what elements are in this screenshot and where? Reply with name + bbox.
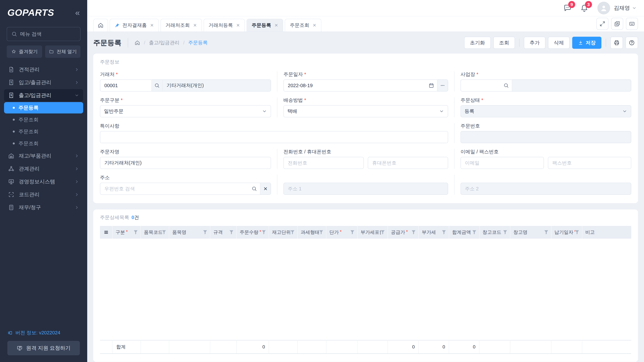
bullet-icon [13, 131, 15, 133]
delivery-method-select[interactable]: 택배 [284, 105, 448, 117]
menu-search[interactable] [7, 27, 80, 41]
close-icon[interactable]: ✕ [193, 23, 197, 28]
fax-input[interactable] [548, 157, 631, 169]
zipcode-search-input[interactable] [100, 183, 260, 194]
help-button[interactable] [626, 37, 638, 49]
open-all-button[interactable]: 전체 열기 [45, 45, 80, 58]
sidebar-collapse-button[interactable]: « [75, 8, 80, 17]
order-detail-card: 주문상세목록 0건 구분* 품목코드 [93, 210, 638, 362]
order-detail-header: 주문상세목록 0건 [100, 214, 631, 221]
tab-order-inquiry[interactable]: 주문조회 ✕ [285, 19, 321, 31]
avatar[interactable] [598, 2, 610, 14]
document-icon [8, 66, 14, 73]
business-site-name-display [512, 80, 631, 91]
messages-button[interactable]: 9 [563, 4, 572, 12]
home-icon[interactable] [134, 40, 140, 45]
total-order-qty: 0 [236, 340, 269, 354]
warehouse-icon [8, 153, 14, 159]
filter-icon[interactable] [503, 230, 507, 234]
filter-icon[interactable] [134, 230, 138, 234]
order-date-options-button[interactable] [437, 80, 448, 91]
sidebar-item-inbound-payment[interactable]: 입고/출금관리 [4, 76, 83, 89]
expand-icon [599, 21, 606, 27]
favorites-button[interactable]: 즐겨찾기 [7, 45, 42, 58]
mobile-input[interactable] [368, 157, 448, 169]
save-button[interactable]: 저장 [572, 37, 602, 49]
orderer-name-input[interactable] [100, 157, 271, 169]
filter-icon[interactable] [162, 230, 166, 234]
user-name[interactable]: 김재영 [614, 4, 630, 12]
chevron-right-icon [74, 153, 79, 158]
chevron-right-icon [74, 67, 79, 72]
sidebar-subitem-order-inquiry-1[interactable]: 주문조회 [4, 114, 83, 125]
delete-button[interactable]: 삭제 [548, 37, 570, 49]
customer-search-button[interactable] [152, 80, 162, 91]
address-clear-button[interactable]: ✕ [260, 183, 271, 194]
customer-code-input[interactable] [100, 80, 152, 91]
close-icon[interactable]: ✕ [236, 23, 240, 28]
order-info-form: 거래처* 기타거래처(개인) 주문일자* [100, 71, 631, 195]
user-menu-chevron-icon[interactable] [632, 6, 636, 10]
filter-icon[interactable] [319, 230, 323, 234]
keyboard-button[interactable] [626, 18, 638, 30]
calendar-icon[interactable] [429, 83, 434, 88]
filter-icon[interactable] [203, 230, 207, 234]
tab-home[interactable] [93, 19, 108, 31]
field-address: 주소 ✕ [100, 175, 277, 195]
search-icon[interactable] [252, 186, 257, 191]
close-icon[interactable]: ✕ [274, 23, 278, 28]
search-icon[interactable] [504, 83, 509, 88]
sidebar-item-outbound-deposit[interactable]: 출고/입금관리 [4, 89, 83, 102]
close-icon[interactable]: ✕ [150, 23, 154, 28]
address1-input [284, 183, 448, 195]
email-input[interactable] [460, 157, 544, 169]
filter-icon[interactable] [412, 230, 416, 234]
filter-icon[interactable] [575, 230, 579, 234]
filter-icon[interactable] [262, 230, 266, 234]
filter-icon[interactable] [291, 230, 294, 234]
home-icon [98, 22, 104, 28]
close-all-tabs-button[interactable] [611, 18, 623, 30]
sidebar-item-quote-management[interactable]: 견적관리 [4, 63, 83, 76]
filter-icon[interactable] [230, 230, 233, 234]
version-info[interactable]: 버전 정보: v2022024 [8, 330, 80, 336]
remarks-input[interactable] [100, 131, 448, 143]
tab-order-register[interactable]: 주문등록 ✕ [246, 19, 283, 31]
notifications-button[interactable]: 3 [580, 4, 589, 12]
breadcrumb-parent[interactable]: 출고/입금관리 [149, 39, 180, 46]
bullet-icon [13, 107, 15, 109]
row-menu-button[interactable] [100, 226, 112, 239]
search-icon [12, 31, 17, 37]
network-icon [8, 166, 14, 172]
order-date-input[interactable] [284, 80, 437, 91]
tab-approval-home[interactable]: 전자결재홈 ✕ [110, 19, 159, 31]
sidebar-subitem-order-inquiry-3[interactable]: 주문조회 [4, 138, 83, 149]
order-type-select[interactable]: 일반주문 [100, 105, 271, 117]
add-button[interactable]: 추가 [524, 37, 546, 49]
filter-icon[interactable] [472, 230, 476, 234]
reset-button[interactable]: 초기화 [464, 37, 491, 49]
filter-icon[interactable] [381, 230, 384, 234]
sidebar-subitem-order-inquiry-2[interactable]: 주문조회 [4, 126, 83, 137]
sidebar-item-inventory-parts[interactable]: 재고/부품관리 [4, 150, 83, 162]
sidebar-item-finance-billing[interactable]: 재무/청구 [4, 201, 83, 214]
fullscreen-button[interactable] [596, 18, 608, 30]
print-button[interactable] [610, 37, 623, 49]
sidebar-item-relationship[interactable]: 관계관리 [4, 163, 83, 175]
ellipsis-icon [440, 83, 445, 88]
sidebar-item-code-management[interactable]: 코드관리 [4, 188, 83, 201]
sidebar-item-management-info[interactable]: 경영정보시스템 [4, 175, 83, 188]
sidebar-quick-buttons: 즐겨찾기 전체 열기 [7, 45, 80, 58]
menu-search-input[interactable] [20, 31, 76, 37]
search-button[interactable]: 조회 [494, 37, 515, 49]
tab-customer-inquiry[interactable]: 거래처조회 ✕ [160, 19, 202, 31]
grid-total-row: 합계 0 0 0 0 [100, 340, 631, 354]
filter-icon[interactable] [350, 230, 354, 234]
phone-input[interactable] [284, 157, 364, 169]
remote-support-button[interactable]: 원격 지원 요청하기 [8, 341, 80, 355]
sidebar-subitem-order-register[interactable]: 주문등록 [4, 102, 83, 113]
close-icon[interactable]: ✕ [312, 23, 316, 28]
tab-customer-register[interactable]: 거래처등록 ✕ [204, 19, 245, 31]
filter-icon[interactable] [544, 230, 548, 234]
filter-icon[interactable] [442, 230, 446, 234]
